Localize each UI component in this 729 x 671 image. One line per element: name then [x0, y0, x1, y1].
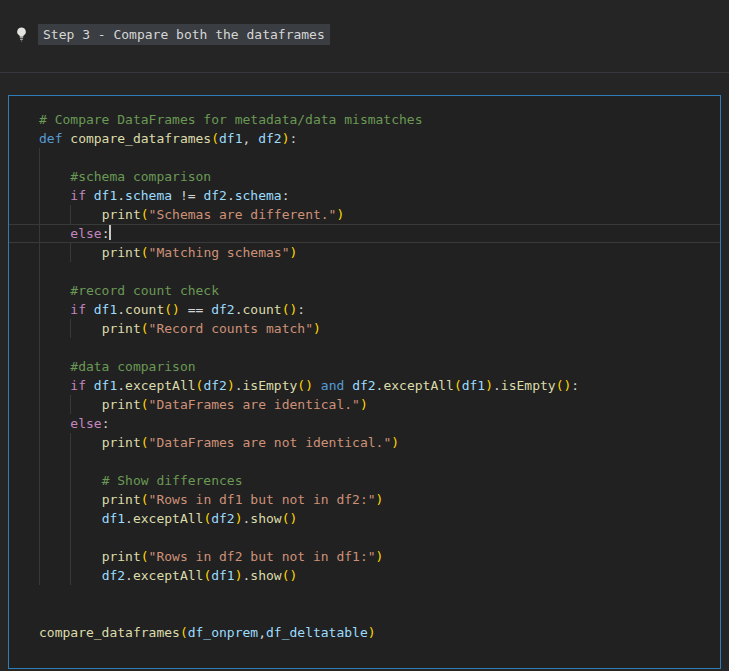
- code-text: if df1.exceptAll(df2).isEmpty() and df2.…: [39, 378, 579, 393]
- code-text: if df1.count() == df2.count():: [39, 302, 305, 317]
- code-line[interactable]: [9, 585, 720, 604]
- indent-guide: [39, 148, 40, 167]
- code-line[interactable]: compare_dataframes(df_onprem,df_deltatab…: [9, 623, 720, 642]
- code-line[interactable]: [9, 148, 720, 167]
- code-line[interactable]: [9, 338, 720, 357]
- indent-guide: [39, 509, 40, 528]
- text-cursor: [109, 225, 111, 240]
- indent-guide: [39, 471, 40, 490]
- cell-title: Step 3 - Compare both the dataframes: [38, 24, 330, 45]
- code-text: def compare_dataframes(df1, df2):: [39, 131, 297, 146]
- code-text: #data comparison: [39, 359, 196, 374]
- code-line[interactable]: if df1.schema != df2.schema:: [9, 186, 720, 205]
- indent-guide: [70, 452, 71, 471]
- code-line[interactable]: if df1.count() == df2.count():: [9, 300, 720, 319]
- indent-guide: [70, 433, 71, 452]
- indent-guide: [39, 452, 40, 471]
- indent-guide: [39, 414, 40, 433]
- code-line[interactable]: else:: [9, 414, 720, 433]
- code-text: if df1.schema != df2.schema:: [39, 188, 290, 203]
- code-line[interactable]: #schema comparison: [9, 167, 720, 186]
- code-text: print("DataFrames are not identical."): [39, 435, 399, 450]
- indent-guide: [70, 471, 71, 490]
- code-line[interactable]: # Show differences: [9, 471, 720, 490]
- indent-guide: [39, 205, 40, 224]
- code-line[interactable]: print("Matching schemas"): [9, 243, 720, 262]
- indent-guide: [39, 319, 40, 338]
- code-editor[interactable]: # Compare DataFrames for metadata/data m…: [9, 110, 720, 642]
- indent-guide: [39, 224, 40, 243]
- indent-guide: [39, 528, 40, 547]
- indent-guide: [39, 300, 40, 319]
- code-line[interactable]: df2.exceptAll(df1).show(): [9, 566, 720, 585]
- code-text: print("Matching schemas"): [39, 245, 297, 260]
- indent-guide: [39, 376, 40, 395]
- indent-guide: [39, 357, 40, 376]
- code-cell[interactable]: # Compare DataFrames for metadata/data m…: [8, 95, 721, 669]
- code-text: print("DataFrames are identical."): [39, 397, 368, 412]
- indent-guide: [39, 262, 40, 281]
- lightbulb-icon: [14, 26, 29, 43]
- indent-guide: [39, 338, 40, 357]
- code-line[interactable]: [9, 604, 720, 623]
- code-text: df2.exceptAll(df1).show(): [39, 568, 297, 583]
- code-line[interactable]: print("Rows in df2 but not in df1:"): [9, 547, 720, 566]
- indent-guide: [70, 319, 71, 338]
- code-line[interactable]: # Compare DataFrames for metadata/data m…: [9, 110, 720, 129]
- indent-guide: [70, 509, 71, 528]
- code-text: compare_dataframes(df_onprem,df_deltatab…: [39, 625, 376, 640]
- code-line[interactable]: print("Record counts match"): [9, 319, 720, 338]
- indent-guide: [39, 395, 40, 414]
- indent-guide: [39, 243, 40, 262]
- code-text: else:: [39, 226, 111, 241]
- code-text: df1.exceptAll(df2).show(): [39, 511, 297, 526]
- code-line[interactable]: #record count check: [9, 281, 720, 300]
- indent-guide: [39, 490, 40, 509]
- code-text: #schema comparison: [39, 169, 211, 184]
- code-text: #record count check: [39, 283, 219, 298]
- code-line[interactable]: [9, 262, 720, 281]
- code-line[interactable]: def compare_dataframes(df1, df2):: [9, 129, 720, 148]
- code-text: print("Rows in df2 but not in df1:"): [39, 549, 383, 564]
- markdown-cell[interactable]: Step 3 - Compare both the dataframes: [0, 0, 729, 73]
- code-line[interactable]: print("DataFrames are not identical."): [9, 433, 720, 452]
- code-text: print("Record counts match"): [39, 321, 321, 336]
- code-line[interactable]: print("DataFrames are identical."): [9, 395, 720, 414]
- indent-guide: [39, 566, 40, 585]
- code-line[interactable]: else:: [9, 224, 720, 243]
- code-line[interactable]: [9, 452, 720, 471]
- indent-guide: [70, 528, 71, 547]
- code-line[interactable]: #data comparison: [9, 357, 720, 376]
- indent-guide: [70, 243, 71, 262]
- code-line[interactable]: df1.exceptAll(df2).show(): [9, 509, 720, 528]
- code-line[interactable]: print("Rows in df1 but not in df2:"): [9, 490, 720, 509]
- indent-guide: [70, 490, 71, 509]
- indent-guide: [70, 547, 71, 566]
- code-line[interactable]: [9, 528, 720, 547]
- indent-guide: [70, 395, 71, 414]
- code-text: print("Schemas are different."): [39, 207, 344, 222]
- code-text: # Compare DataFrames for metadata/data m…: [39, 112, 423, 127]
- indent-guide: [39, 433, 40, 452]
- indent-guide: [70, 566, 71, 585]
- indent-guide: [39, 281, 40, 300]
- code-text: else:: [39, 416, 109, 431]
- code-line[interactable]: print("Schemas are different."): [9, 205, 720, 224]
- indent-guide: [39, 547, 40, 566]
- indent-guide: [39, 186, 40, 205]
- indent-guide: [39, 167, 40, 186]
- indent-guide: [70, 205, 71, 224]
- code-line[interactable]: if df1.exceptAll(df2).isEmpty() and df2.…: [9, 376, 720, 395]
- code-text: print("Rows in df1 but not in df2:"): [39, 492, 383, 507]
